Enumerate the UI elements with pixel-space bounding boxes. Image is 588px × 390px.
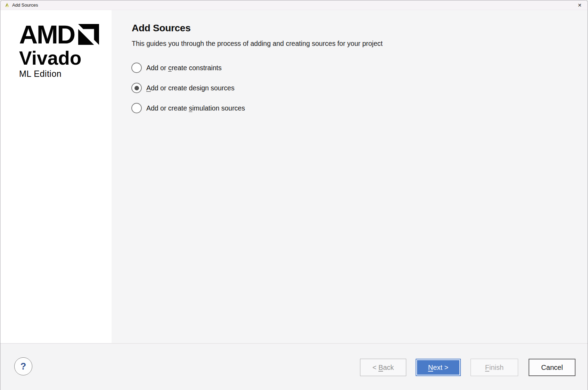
back-button[interactable]: < Back xyxy=(360,359,406,376)
radio-dot xyxy=(134,86,139,90)
cancel-button[interactable]: Cancel xyxy=(529,359,575,376)
radio-button[interactable] xyxy=(131,63,142,73)
radio-button[interactable] xyxy=(131,103,142,113)
next-button[interactable]: Next > xyxy=(416,359,461,376)
amd-arrow-icon xyxy=(78,24,99,45)
amd-vivado-logo: AMD Vivado ML Edition xyxy=(19,24,99,79)
vivado-logo-icon xyxy=(5,2,10,8)
add-sources-dialog: Add Sources ✕ AMD Vivado ML Edition Add … xyxy=(0,0,588,390)
close-icon[interactable]: ✕ xyxy=(573,0,586,10)
radio-label: Add or create constraints xyxy=(146,64,222,72)
amd-wordmark: AMD xyxy=(19,25,75,45)
finish-button[interactable]: Finish xyxy=(471,359,518,376)
page-title: Add Sources xyxy=(132,23,190,34)
brand-panel: AMD Vivado ML Edition xyxy=(0,10,112,343)
question-mark-icon: ? xyxy=(21,361,26,372)
radio-label: Add or create simulation sources xyxy=(146,104,245,112)
radio-option-constraints[interactable]: Add or create constraints xyxy=(131,62,222,73)
ml-edition-label: ML Edition xyxy=(19,69,99,79)
radio-option-simulation-sources[interactable]: Add or create simulation sources xyxy=(131,103,245,114)
help-button[interactable]: ? xyxy=(14,357,32,375)
window-title: Add Sources xyxy=(12,2,38,8)
radio-option-design-sources[interactable]: Add or create design sources xyxy=(131,82,235,94)
radio-button[interactable] xyxy=(131,83,142,93)
title-bar: Add Sources ✕ xyxy=(0,0,588,10)
page-subtitle: This guides you through the process of a… xyxy=(132,40,383,48)
footer-bar: ? < Back Next > Finish Cancel xyxy=(0,343,588,390)
radio-label: Add or create design sources xyxy=(146,84,235,92)
vivado-wordmark: Vivado xyxy=(19,50,99,66)
